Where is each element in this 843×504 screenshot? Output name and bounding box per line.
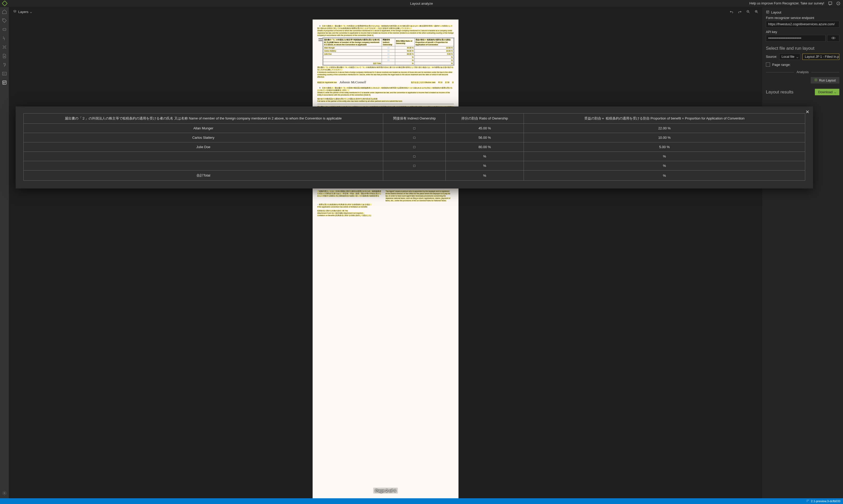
layers-icon bbox=[13, 10, 17, 14]
table-row: 合計Total%% bbox=[24, 170, 805, 181]
svg-rect-0 bbox=[829, 2, 832, 4]
doc-text: 「税務代理人」とは、日本の国税に関する事項を処理させるため、納税義務者に代わって… bbox=[317, 190, 381, 197]
layers-label: Layers bbox=[18, 10, 29, 14]
sidebar-item-compose[interactable] bbox=[2, 36, 7, 41]
doc-text: 他の全ての構成員から通知を受けてこの届出を送付する者の氏名又は名称 bbox=[317, 98, 377, 100]
doc-text: Details of proportion of income to which… bbox=[317, 30, 454, 36]
th: 受益の割合＝ 租税条約の適用を受ける割合 Proportion of benef… bbox=[416, 39, 451, 45]
divider bbox=[811, 72, 839, 72]
svg-point-15 bbox=[4, 492, 5, 494]
svg-rect-4 bbox=[3, 29, 6, 31]
download-button[interactable]: Download ⌵ bbox=[815, 89, 839, 95]
table-preview-modal: ✕ 届出書の「２」の外国法人の株主等で租税条約の適用を受ける者の氏名 又は名称 … bbox=[16, 107, 813, 188]
doc-text: Limitation on Benefits (特典条項に関する付表を添付して提… bbox=[317, 215, 371, 216]
sidebar-item-home[interactable] bbox=[2, 9, 7, 14]
table-marker-icon bbox=[318, 38, 323, 42]
download-label: Download bbox=[818, 90, 832, 94]
page-range-label: Page range: bbox=[772, 63, 791, 67]
apikey-input[interactable] bbox=[766, 35, 826, 42]
select-file-heading: Select file and run layout bbox=[766, 46, 839, 51]
sidebar-item-tag[interactable] bbox=[2, 18, 7, 23]
undo-icon[interactable] bbox=[730, 10, 734, 14]
sidebar-item-robot[interactable] bbox=[2, 27, 7, 32]
right-panel: Layout Form recognizer service endpoint … bbox=[762, 7, 843, 498]
sidebar-item-settings[interactable] bbox=[2, 490, 7, 496]
close-icon[interactable]: ✕ bbox=[806, 109, 809, 115]
svg-rect-14 bbox=[3, 81, 6, 84]
th: 持分の割合 Ratio of Ownership bbox=[396, 40, 412, 44]
doc-text: 日本で課税上、届出書の「2」の団体の構成員が納税義務者とされるが、租税条約の相手… bbox=[317, 87, 453, 91]
results-heading: Layout results bbox=[766, 90, 793, 95]
table-row: □%% bbox=[24, 161, 805, 170]
feedback-icon[interactable] bbox=[828, 1, 832, 5]
doc-label: 根拠法令 Applicable law bbox=[317, 81, 337, 84]
svg-text:?: ? bbox=[838, 2, 839, 5]
document-page: 3 日本で課税上、届出書の「2」の外国法人が適用税率制を受けるものは、租税条約の… bbox=[313, 19, 458, 498]
sidebar-item-brain[interactable] bbox=[2, 44, 7, 50]
page-range-checkbox[interactable] bbox=[766, 62, 770, 67]
svg-point-21 bbox=[807, 500, 807, 500]
th-ratio: 持分の割合 Ratio of Ownership bbox=[446, 113, 524, 124]
app-title: Layout analyze bbox=[410, 2, 433, 5]
zoom-out-icon[interactable] bbox=[746, 10, 750, 14]
layers-button[interactable]: Layers ⌵ bbox=[13, 10, 32, 14]
app-logo bbox=[2, 1, 8, 6]
signature: Johnnie McConnell bbox=[339, 80, 366, 85]
svg-point-7 bbox=[4, 46, 5, 48]
run-layout-button[interactable]: Run Layout bbox=[811, 77, 839, 84]
source-label: Source: bbox=[766, 55, 777, 58]
chevron-down-icon: ⌵ bbox=[834, 90, 836, 94]
page-counter: Page 2 of 4 bbox=[373, 488, 398, 494]
svg-point-8 bbox=[3, 46, 4, 46]
help-icon[interactable]: ? bbox=[836, 1, 840, 5]
doc-text: 届出書の「3」の所得を届出書の「4」の規定について「1」の租税条約の相手国の法令… bbox=[317, 66, 454, 71]
table-row: Julie Doe□80.00 %5.00 % bbox=[24, 142, 805, 152]
extracted-table: 届出書の「２」の外国法人の株主等で租税条約の適用を受ける者の氏名 又は名称 Na… bbox=[23, 113, 805, 181]
version-text: 2.1-preview.3-dcfb033 bbox=[811, 500, 840, 503]
endpoint-label: Form recognizer service endpoint bbox=[766, 16, 839, 20]
doc-text: 適用を受ける租税条約が特典条項を有する租税条約である場合： bbox=[319, 203, 372, 205]
doc-text: If dividends mentioned in 4 above that a… bbox=[317, 71, 453, 78]
survey-link[interactable]: Help us improve Form Recognizer. Take ou… bbox=[750, 2, 824, 5]
doc-label: 効力を生じる日 Effective date bbox=[411, 81, 435, 84]
analysis-label: Analysis bbox=[797, 70, 809, 74]
svg-point-22 bbox=[807, 501, 807, 502]
endpoint-input[interactable] bbox=[766, 21, 839, 28]
document-viewport[interactable]: 3 日本で課税上、届出書の「2」の外国法人が適用税率制を受けるものは、租税条約の… bbox=[9, 16, 762, 498]
svg-rect-18 bbox=[767, 11, 769, 13]
panel-title: Layout bbox=[771, 11, 781, 14]
doc-text: If the applicable convention has article… bbox=[317, 206, 367, 208]
th: 間接保有 Indirect Ownership bbox=[383, 39, 392, 45]
doc-text: 特典条項に関する付表の添付 □有 Yes bbox=[317, 210, 348, 212]
zoom-in-icon[interactable] bbox=[754, 10, 759, 14]
eye-icon bbox=[831, 36, 836, 41]
sidebar-item-connect[interactable] bbox=[2, 62, 7, 68]
th-name: 届出書の「２」の外国法人の株主等で租税条約の適用を受ける者の氏名 又は名称 Na… bbox=[24, 113, 383, 124]
svg-point-11 bbox=[5, 48, 6, 49]
th-benefit: 受益の割合＝ 租税条約の適用を受ける割合 Proportion of benef… bbox=[524, 113, 805, 124]
th-indirect: 間接保有 Indirect Ownership bbox=[383, 113, 446, 124]
sidebar-item-new-doc[interactable] bbox=[2, 53, 7, 58]
table-row: □%% bbox=[24, 152, 805, 161]
chevron-down-icon: ⌵ bbox=[30, 10, 32, 14]
svg-point-10 bbox=[3, 48, 4, 49]
table-row: Carlos Slattery□56.00 %10.00 % bbox=[24, 133, 805, 142]
file-name-field[interactable]: Layout JP 1 - Filled In.pdf bbox=[802, 54, 839, 60]
source-dropdown[interactable]: Local file bbox=[779, 54, 800, 60]
svg-point-19 bbox=[833, 37, 834, 38]
svg-point-5 bbox=[4, 29, 4, 30]
status-bar: 2.1-preview.3-dcfb033 bbox=[0, 498, 843, 504]
layout-icon bbox=[766, 10, 770, 15]
svg-point-3 bbox=[3, 19, 4, 20]
svg-point-23 bbox=[808, 500, 809, 500]
branch-icon bbox=[806, 499, 809, 503]
title-bar: Layout analyze Help us improve Form Reco… bbox=[0, 0, 843, 7]
doc-text: "Tax Agent" means a person who is appoin… bbox=[386, 190, 451, 201]
reveal-key-button[interactable] bbox=[827, 35, 839, 42]
sidebar-item-layout[interactable] bbox=[2, 80, 7, 85]
doc-text: Details if, while the partner of the ent… bbox=[317, 92, 450, 96]
svg-point-6 bbox=[5, 29, 5, 30]
sidebar-item-ocr[interactable]: A= bbox=[2, 71, 7, 76]
redo-icon[interactable] bbox=[738, 10, 742, 14]
doc-embedded-table: 届出書の「2」の外国法人の株主等で租税条約の適用を受ける者の氏名 又は名称 Na… bbox=[323, 38, 454, 65]
